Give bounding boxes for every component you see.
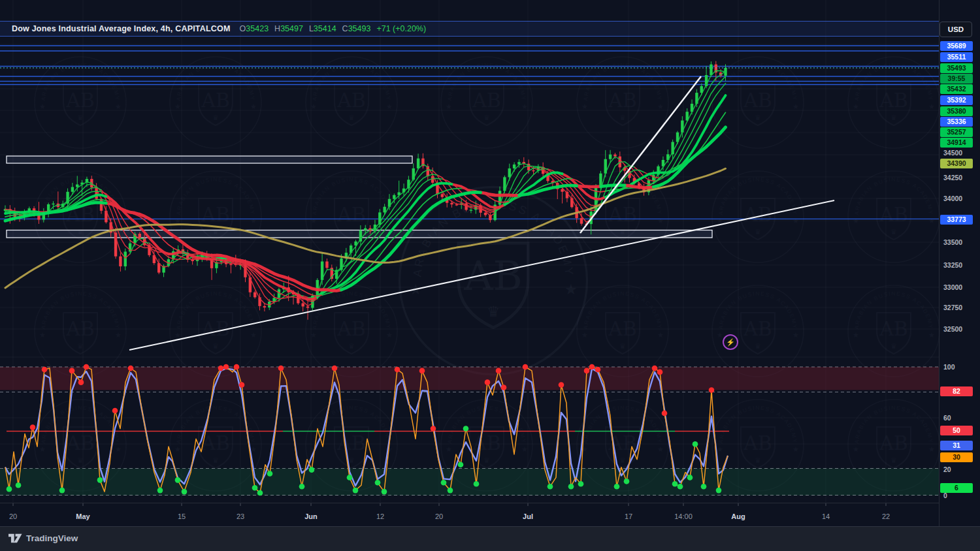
legend-o: O35423	[240, 24, 275, 33]
svg-text:♛: ♛	[212, 456, 219, 464]
svg-text:♛: ♛	[483, 456, 490, 464]
svg-text:AB: AB	[472, 89, 501, 112]
symbol-title: Dow Jones Industrial Average Index, 4h, …	[12, 24, 231, 33]
price-badge: 39:55	[940, 74, 973, 84]
ohlc-legend: O35423H35497L35414C35493	[240, 24, 377, 33]
svg-text:★: ★	[115, 102, 122, 110]
price-tick-label: 34500	[943, 148, 976, 158]
svg-text:♛: ♛	[487, 304, 500, 320]
svg-text:AB: AB	[336, 317, 366, 340]
svg-text:AB: AB	[879, 203, 908, 226]
svg-text:♛: ♛	[348, 342, 355, 350]
svg-text:★: ★	[39, 102, 46, 110]
svg-text:★: ★	[657, 331, 664, 339]
svg-text:★: ★	[928, 217, 935, 225]
svg-text:★: ★	[657, 445, 664, 453]
tradingview-brand-text: TradingView	[26, 533, 78, 543]
price-tick-label: 32750	[943, 303, 976, 313]
svg-text:♛: ♛	[619, 342, 626, 350]
svg-text:★: ★	[174, 445, 181, 453]
lightning-icon[interactable]: ⚡	[723, 334, 738, 350]
svg-text:AB: AB	[201, 89, 230, 112]
svg-text:AB: AB	[201, 317, 230, 340]
price-tick-label: 34250	[943, 173, 976, 183]
svg-text:AB: AB	[463, 253, 523, 300]
time-tick-label: 20	[435, 512, 443, 520]
price-badge: 35493	[940, 63, 973, 73]
price-badge: 35336	[940, 117, 973, 127]
svg-text:★: ★	[581, 331, 588, 339]
time-tick-label: 15	[178, 512, 186, 520]
price-badge: 35689	[940, 41, 973, 51]
svg-text:★: ★	[250, 331, 257, 339]
svg-text:AB: AB	[879, 89, 908, 112]
svg-text:★: ★	[39, 331, 46, 339]
svg-text:♛: ♛	[77, 114, 84, 121]
svg-text:♛: ♛	[755, 114, 761, 121]
svg-text:♛: ♛	[212, 114, 219, 121]
svg-text:AB: AB	[65, 89, 95, 112]
svg-text:♛: ♛	[755, 456, 761, 464]
svg-text:★: ★	[564, 281, 578, 298]
bottom-toolbar: TradingView	[0, 526, 980, 551]
svg-text:★: ★	[250, 102, 257, 110]
change-value: +71 (+0.20%)	[376, 24, 426, 33]
price-tick-label: 0	[943, 491, 976, 501]
symbol-legend: Dow Jones Industrial Average Index, 4h, …	[12, 23, 426, 35]
svg-text:★: ★	[657, 102, 664, 110]
price-tick-label: 32500	[943, 324, 976, 334]
svg-text:★: ★	[853, 217, 859, 225]
svg-text:♛: ♛	[348, 456, 355, 464]
svg-text:AB: AB	[336, 432, 366, 454]
price-tick-label: 33500	[943, 238, 976, 247]
svg-text:★: ★	[521, 445, 528, 453]
price-badge: 50	[940, 426, 973, 435]
time-axis[interactable]: 20May1523Jun1220Jul1714:00Aug1422	[0, 503, 939, 527]
svg-text:★: ★	[310, 331, 317, 339]
svg-text:AB: AB	[65, 317, 95, 340]
svg-text:★: ★	[717, 445, 723, 453]
time-tick-label: Aug	[731, 512, 745, 520]
svg-text:★: ★	[310, 102, 317, 110]
svg-text:★: ★	[657, 217, 664, 225]
svg-text:★: ★	[928, 102, 935, 110]
svg-text:AB: AB	[336, 203, 366, 226]
price-tick-label: 20	[943, 465, 976, 475]
svg-text:♛: ♛	[77, 342, 84, 350]
price-tick-label: 33250	[943, 260, 976, 270]
svg-text:★: ★	[39, 445, 46, 453]
svg-text:★: ★	[792, 445, 799, 453]
chart-canvas[interactable]: AB★★♛ARABIAN BUSINESS ACADEMYAB★★♛ARABIA…	[0, 0, 980, 551]
price-badge: 82	[940, 386, 973, 396]
svg-text:★: ★	[717, 217, 723, 225]
currency-button[interactable]: USD	[939, 22, 972, 37]
svg-text:★: ★	[853, 331, 859, 339]
svg-text:★: ★	[792, 331, 799, 339]
time-tick-label: 14:00	[674, 512, 693, 520]
svg-text:♛: ♛	[348, 114, 355, 121]
svg-text:★: ★	[386, 331, 393, 339]
price-axis[interactable]: 35689355113549339:5535432353923538035336…	[939, 0, 980, 526]
svg-text:♛: ♛	[483, 114, 490, 121]
price-badge: 35257	[940, 127, 973, 137]
svg-text:AB: AB	[608, 317, 637, 340]
svg-text:AB: AB	[472, 432, 501, 454]
price-badge: 35432	[940, 84, 973, 94]
trading-platform-window: AB★★♛ARABIAN BUSINESS ACADEMYAB★★♛ARABIA…	[0, 0, 980, 551]
svg-text:♛: ♛	[755, 228, 761, 236]
tradingview-logo[interactable]: TradingView	[8, 533, 78, 544]
svg-text:AB: AB	[608, 89, 637, 112]
price-tick-label: 33000	[943, 283, 976, 292]
time-tick-label: May	[76, 512, 90, 520]
svg-text:AB: AB	[608, 203, 637, 226]
svg-text:★: ★	[310, 217, 317, 225]
price-badge: 30	[940, 452, 973, 462]
svg-text:♛: ♛	[619, 456, 626, 464]
svg-text:AB: AB	[743, 89, 772, 112]
price-badge: 35392	[940, 95, 973, 105]
time-tick-label: 23	[237, 512, 244, 520]
tradingview-glyph-icon	[8, 533, 22, 544]
svg-text:★: ★	[928, 445, 935, 453]
svg-text:★: ★	[174, 102, 181, 110]
svg-text:★: ★	[115, 331, 122, 339]
